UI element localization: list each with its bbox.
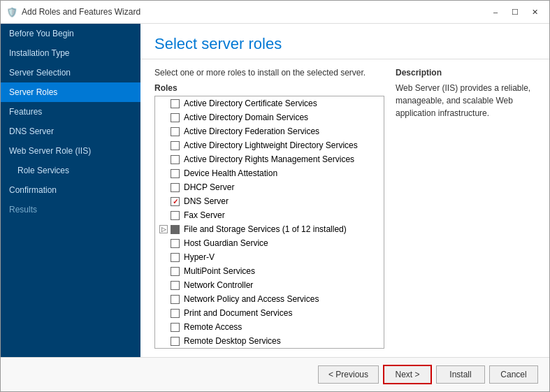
role-name: Fax Server: [184, 210, 225, 220]
role-name: Host Guardian Service: [184, 238, 268, 248]
sidebar-item-role-services[interactable]: Role Services: [1, 161, 140, 180]
roles-list-container[interactable]: Active Directory Certificate ServicesAct…: [154, 96, 384, 349]
close-button[interactable]: ✕: [526, 5, 544, 19]
cancel-button[interactable]: Cancel: [489, 365, 538, 384]
role-name: File and Storage Services (1 of 12 insta…: [184, 224, 347, 234]
sidebar-item-server-roles[interactable]: Server Roles: [1, 82, 140, 102]
role-checkbox[interactable]: [171, 295, 180, 304]
main-content: DESTINATION SERVER Fakin1234 Select serv…: [140, 24, 549, 357]
role-checkbox[interactable]: [171, 323, 180, 332]
role-checkbox[interactable]: [171, 253, 180, 262]
role-checkbox[interactable]: [171, 99, 180, 108]
instruction-text: Select one or more roles to install on t…: [154, 68, 384, 78]
role-checkbox[interactable]: [171, 169, 180, 178]
description-label: Description: [396, 68, 535, 78]
minimize-button[interactable]: –: [486, 5, 505, 19]
role-name: Active Directory Rights Management Servi…: [184, 154, 354, 164]
maximize-button[interactable]: ☐: [506, 5, 524, 19]
role-item[interactable]: Fax Server: [155, 208, 384, 222]
role-name: Network Policy and Access Services: [184, 294, 319, 304]
roles-list: Active Directory Certificate ServicesAct…: [155, 96, 384, 349]
role-item[interactable]: Active Directory Rights Management Servi…: [155, 152, 384, 166]
previous-button[interactable]: < Previous: [318, 365, 379, 384]
sidebar-item-before-you-begin[interactable]: Before You Begin: [1, 24, 140, 43]
window-controls: – ☐ ✕: [486, 5, 544, 19]
role-checkbox[interactable]: [171, 211, 180, 220]
content-area: Before You BeginInstallation TypeServer …: [1, 24, 549, 357]
role-checkbox[interactable]: [171, 239, 180, 248]
role-name: Active Directory Federation Services: [184, 126, 319, 136]
role-item[interactable]: Host Guardian Service: [155, 236, 384, 250]
role-item[interactable]: ▷File and Storage Services (1 of 12 inst…: [155, 222, 384, 236]
role-checkbox[interactable]: [171, 337, 180, 346]
role-name: Network Controller: [184, 280, 253, 290]
role-item[interactable]: Network Controller: [155, 278, 384, 292]
role-item[interactable]: Network Policy and Access Services: [155, 292, 384, 306]
role-name: DHCP Server: [184, 182, 234, 192]
sidebar-item-dns-server[interactable]: DNS Server: [1, 122, 140, 141]
role-name: Remote Access: [184, 322, 242, 332]
sidebar-item-confirmation[interactable]: Confirmation: [1, 180, 140, 200]
role-name: Active Directory Lightweight Directory S…: [184, 140, 358, 150]
role-item[interactable]: Active Directory Domain Services: [155, 110, 384, 124]
role-checkbox[interactable]: [171, 183, 180, 192]
main-window: 🛡️ Add Roles and Features Wizard – ☐ ✕ B…: [0, 0, 550, 392]
role-checkbox[interactable]: [171, 309, 180, 318]
role-name: DNS Server: [184, 196, 229, 206]
role-checkbox[interactable]: [171, 127, 180, 136]
role-checkbox[interactable]: [171, 281, 180, 290]
role-checkbox[interactable]: [171, 197, 180, 206]
role-checkbox[interactable]: [171, 267, 180, 276]
sidebar-item-server-selection[interactable]: Server Selection: [1, 63, 140, 82]
description-section: Description Web Server (IIS) provides a …: [396, 68, 535, 349]
role-name: Device Health Attestation: [184, 168, 277, 178]
role-item[interactable]: Device Health Attestation: [155, 166, 384, 180]
role-name: Print and Document Services: [184, 308, 292, 318]
role-checkbox[interactable]: [171, 141, 180, 150]
page-header: DESTINATION SERVER Fakin1234 Select serv…: [140, 24, 549, 59]
page-title: Select server roles: [154, 35, 535, 53]
role-item[interactable]: DNS Server: [155, 194, 384, 208]
role-item[interactable]: Active Directory Lightweight Directory S…: [155, 138, 384, 152]
sidebar: Before You BeginInstallation TypeServer …: [1, 24, 140, 357]
window-title: Add Roles and Features Wizard: [22, 7, 486, 17]
role-item[interactable]: Remote Desktop Services: [155, 334, 384, 348]
role-checkbox[interactable]: [171, 113, 180, 122]
role-item[interactable]: DHCP Server: [155, 180, 384, 194]
role-item[interactable]: Volume Activation Services: [155, 348, 384, 349]
role-name: Active Directory Domain Services: [184, 112, 308, 122]
install-button[interactable]: Install: [436, 365, 485, 384]
role-name: MultiPoint Services: [184, 266, 255, 276]
role-name: Hyper-V: [184, 252, 215, 262]
role-name: Remote Desktop Services: [184, 336, 281, 346]
role-item[interactable]: Active Directory Certificate Services: [155, 96, 384, 110]
sidebar-item-installation-type[interactable]: Installation Type: [1, 43, 140, 63]
roles-section: Select one or more roles to install on t…: [154, 68, 384, 349]
main-body: Select one or more roles to install on t…: [140, 59, 549, 357]
roles-label: Roles: [154, 83, 384, 93]
sidebar-item-features[interactable]: Features: [1, 102, 140, 122]
window-icon: 🛡️: [6, 6, 17, 17]
expand-icon[interactable]: ▷: [159, 225, 168, 233]
sidebar-item-results: Results: [1, 200, 140, 219]
role-checkbox[interactable]: [171, 225, 180, 234]
role-item[interactable]: Active Directory Federation Services: [155, 124, 384, 138]
footer: < Previous Next > Install Cancel: [1, 357, 549, 391]
role-item[interactable]: Hyper-V: [155, 250, 384, 264]
title-bar: 🛡️ Add Roles and Features Wizard – ☐ ✕: [1, 1, 549, 24]
role-item[interactable]: Print and Document Services: [155, 306, 384, 320]
role-item[interactable]: Remote Access: [155, 320, 384, 334]
role-name: Active Directory Certificate Services: [184, 99, 317, 108]
description-text: Web Server (IIS) provides a reliable, ma…: [396, 82, 535, 119]
role-item[interactable]: MultiPoint Services: [155, 264, 384, 278]
next-button[interactable]: Next >: [383, 365, 432, 384]
sidebar-item-web-server-role[interactable]: Web Server Role (IIS): [1, 141, 140, 161]
role-checkbox[interactable]: [171, 155, 180, 164]
